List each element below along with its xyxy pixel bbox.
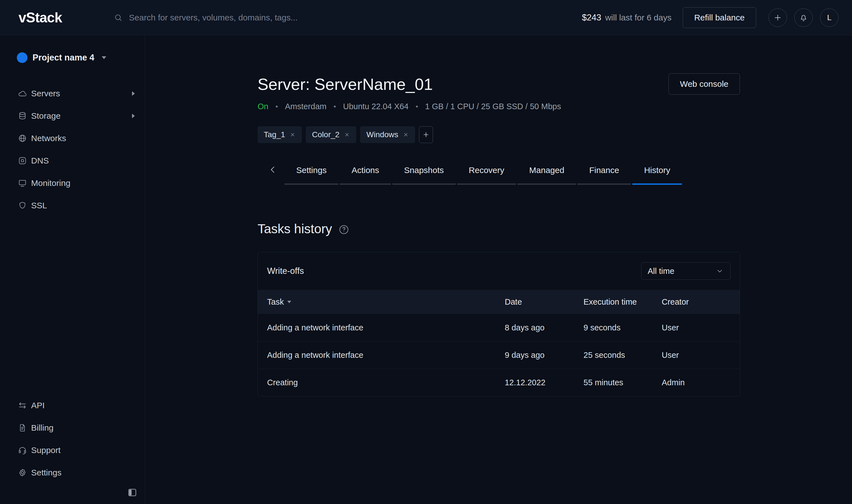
sidebar-item-api[interactable]: API	[0, 394, 145, 417]
sidebar-item-label: Settings	[31, 468, 135, 478]
tab-finance[interactable]: Finance	[577, 164, 631, 185]
sort-desc-icon	[287, 301, 291, 303]
tag-label: Windows	[366, 130, 398, 139]
sidebar-item-label: Storage	[31, 111, 128, 121]
add-tag-button[interactable]	[419, 126, 433, 143]
document-icon	[18, 424, 27, 432]
search-input[interactable]	[129, 13, 381, 22]
gear-icon	[18, 468, 27, 477]
user-avatar[interactable]: L	[820, 8, 838, 27]
dot-separator	[276, 106, 278, 108]
create-new-button[interactable]	[768, 8, 787, 27]
table-row[interactable]: Creating 12.12.2022 55 minutes Admin	[258, 369, 740, 396]
refill-balance-button[interactable]: Refill balance	[683, 7, 756, 28]
search-icon	[114, 13, 123, 22]
server-os: Ubuntu 22.04 X64	[343, 102, 408, 111]
cell-task: Adding a network interface	[267, 323, 505, 332]
sidebar-item-label: SSL	[31, 201, 135, 210]
sidebar-collapse-button[interactable]	[127, 487, 138, 498]
cloud-icon	[18, 89, 27, 98]
tabs-back-button[interactable]	[268, 165, 278, 175]
top-bar: vStack $243 will last for 6 days Refill …	[0, 0, 852, 35]
remove-tag-icon[interactable]	[344, 131, 350, 138]
chevron-down-icon	[102, 56, 106, 59]
balance-amount: $243	[582, 13, 601, 23]
cell-task: Adding a network interface	[267, 350, 505, 360]
project-name: Project name 4	[33, 53, 94, 63]
sidebar-nav: Servers Storage Networks DNS Monitoring	[0, 82, 145, 217]
api-arrows-icon	[18, 401, 27, 410]
balance-info: $243 will last for 6 days	[582, 13, 672, 23]
tab-settings[interactable]: Settings	[284, 164, 338, 185]
cell-date: 8 days ago	[505, 323, 584, 332]
notifications-button[interactable]	[794, 8, 813, 27]
web-console-button[interactable]: Web console	[668, 73, 740, 95]
sidebar-footer: API Billing Support Settings	[0, 394, 145, 504]
sidebar-item-networks[interactable]: Networks	[0, 127, 145, 149]
help-icon[interactable]	[338, 224, 349, 235]
cell-date: 12.12.2022	[505, 378, 584, 387]
tag-label: Color_2	[312, 130, 340, 139]
remove-tag-icon[interactable]	[290, 131, 296, 138]
tab-history[interactable]: History	[632, 164, 682, 185]
table-row[interactable]: Adding a network interface 9 days ago 25…	[258, 341, 740, 369]
sidebar-item-ssl[interactable]: SSL	[0, 194, 145, 217]
server-status-row: On Amsterdam Ubuntu 22.04 X64 1 GB / 1 C…	[258, 102, 740, 111]
write-offs-panel: Write-offs All time Task Date Execution …	[258, 252, 740, 396]
table-body: Adding a network interface 8 days ago 9 …	[258, 314, 740, 396]
column-header-task[interactable]: Task	[267, 298, 505, 307]
table-row[interactable]: Adding a network interface 8 days ago 9 …	[258, 314, 740, 341]
global-search[interactable]	[114, 13, 582, 22]
sidebar-item-label: Billing	[31, 423, 135, 433]
sidebar-item-settings[interactable]: Settings	[0, 462, 145, 484]
tab-snapshots[interactable]: Snapshots	[393, 164, 456, 185]
project-color-dot	[17, 52, 28, 63]
status-badge: On	[258, 102, 268, 111]
sidebar-item-billing[interactable]: Billing	[0, 417, 145, 439]
plus-icon	[422, 131, 430, 138]
monitor-icon	[18, 179, 27, 187]
section-title: Tasks history	[258, 221, 332, 236]
topbar-right-group: $243 will last for 6 days Refill balance…	[582, 7, 838, 28]
dns-icon	[18, 156, 27, 165]
tab-managed[interactable]: Managed	[517, 164, 576, 185]
sidebar-item-support[interactable]: Support	[0, 439, 145, 462]
cell-execution-time: 55 minutes	[584, 378, 662, 387]
column-header-execution-time: Execution time	[584, 298, 662, 307]
bell-icon	[799, 13, 808, 22]
cell-creator: User	[662, 323, 730, 332]
cell-execution-time: 25 seconds	[584, 350, 662, 360]
server-specs: 1 GB / 1 CPU / 25 GB SSD / 50 Mbps	[425, 102, 561, 111]
sidebar-item-label: Servers	[31, 89, 128, 98]
tab-actions[interactable]: Actions	[340, 164, 391, 185]
tab-recovery[interactable]: Recovery	[457, 164, 516, 185]
remove-tag-icon[interactable]	[403, 131, 409, 138]
column-label: Task	[267, 298, 284, 307]
sidebar-item-servers[interactable]: Servers	[0, 82, 145, 105]
avatar-letter: L	[827, 13, 832, 22]
collapse-sidebar-icon	[127, 487, 138, 498]
panel-title: Write-offs	[267, 266, 304, 276]
cell-creator: Admin	[662, 378, 730, 387]
tag-chip: Tag_1	[258, 126, 302, 143]
period-filter-dropdown[interactable]: All time	[641, 263, 730, 280]
cell-date: 9 days ago	[505, 350, 584, 360]
sidebar-item-monitoring[interactable]: Monitoring	[0, 172, 145, 194]
globe-icon	[18, 134, 27, 143]
cell-execution-time: 9 seconds	[584, 323, 662, 332]
sidebar-item-dns[interactable]: DNS	[0, 149, 145, 172]
sidebar-item-label: Networks	[31, 133, 135, 143]
sidebar-item-storage[interactable]: Storage	[0, 105, 145, 127]
main-area: Server: ServerName_01 Web console On Ams…	[145, 35, 852, 504]
vstack-logo: vStack	[18, 10, 114, 26]
tag-chip: Color_2	[306, 126, 356, 143]
chevron-right-icon	[132, 114, 135, 118]
cell-creator: User	[662, 350, 730, 360]
cell-task: Creating	[267, 378, 505, 387]
server-tabs: Settings Actions Snapshots Recovery Mana…	[258, 164, 740, 185]
dot-separator	[416, 106, 418, 108]
sidebar-item-label: Support	[31, 446, 135, 455]
sidebar-item-label: API	[31, 401, 135, 410]
project-selector[interactable]: Project name 4	[17, 51, 145, 65]
sidebar-item-label: Monitoring	[31, 178, 135, 188]
